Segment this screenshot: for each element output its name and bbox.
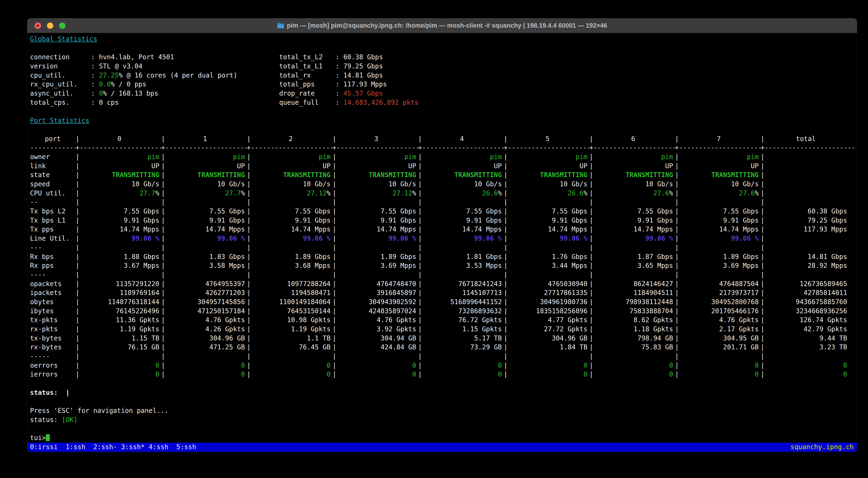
- column-separator: |: [418, 370, 422, 379]
- column-separator: |: [333, 261, 336, 270]
- cell-port-6: 27.6%: [593, 189, 675, 198]
- column-separator: |: [589, 198, 593, 207]
- value-part: TRANSMITTING: [112, 171, 159, 179]
- table-row: oerrors|0|0|0|0|0|0|0|0|0: [30, 361, 854, 370]
- cell-port-0: 11357291220: [80, 279, 161, 289]
- prompt-line[interactable]: tui>: [30, 434, 854, 443]
- value-part: 27.25: [99, 71, 119, 79]
- cell-port-5: 9.91 Gbps: [508, 216, 589, 225]
- cell-port-0: [80, 243, 161, 252]
- value-part: 99.06 %: [132, 235, 159, 242]
- column-separator: |: [161, 279, 165, 289]
- column-separator: |: [761, 352, 765, 361]
- zoom-button[interactable]: [59, 23, 65, 29]
- cell-total: 3.23 TB: [765, 343, 854, 352]
- table-row: opackets|11357291220|4764955397|10977288…: [30, 279, 854, 289]
- value-part: 99.06 %: [474, 235, 502, 242]
- terminal-window: pim — [mosh] pim@squanchy.ipng.ch: /home…: [27, 18, 857, 452]
- column-separator: |: [75, 316, 80, 325]
- global-stats-row: async_util.: 0% / 168.13 bpsdrop_rate: 4…: [30, 89, 854, 98]
- divider-cross: +: [161, 143, 165, 152]
- cell-port-1: 304957145856: [165, 298, 247, 307]
- value-part: 14,683,426,892 pkts: [343, 99, 418, 106]
- cell-port-1: TRANSMITTING: [165, 171, 247, 180]
- row-label: tx-bytes: [30, 334, 75, 343]
- value-part: pim: [233, 153, 245, 161]
- column-separator: |: [75, 225, 80, 234]
- text-cursor[interactable]: [46, 434, 50, 441]
- cell-total: 42785814011: [765, 288, 854, 298]
- cell-port-7: 0: [679, 361, 761, 370]
- cell-port-7: 201705466176: [679, 307, 761, 316]
- column-separator: |: [247, 261, 251, 270]
- tmux-window-item[interactable]: 5:ssh: [177, 443, 196, 451]
- close-button[interactable]: [35, 23, 41, 29]
- value-part: TRANSMITTING: [283, 171, 331, 179]
- column-separator: |: [161, 270, 165, 279]
- cell-port-3: 304943902592: [336, 298, 418, 307]
- table-row: CPU util.|27.7%|27.7%|27.12%|27.12%|26.6…: [30, 189, 854, 198]
- row-label: owner: [30, 152, 75, 162]
- minimize-button[interactable]: [47, 23, 53, 29]
- tmux-window-item[interactable]: 4:ssh: [149, 443, 177, 451]
- cell-port-1: 99.06 %: [165, 234, 247, 243]
- cell-port-0: 0: [80, 370, 161, 379]
- column-separator: |: [504, 162, 508, 171]
- column-separator: |: [333, 325, 336, 334]
- tmux-window-item[interactable]: 2:ssh-: [93, 443, 121, 451]
- value-part: 27.7: [225, 189, 241, 197]
- value-part: %: [755, 189, 759, 197]
- column-separator: |: [675, 316, 679, 325]
- value-part: %: [583, 189, 587, 197]
- cell-port-3: 27.12%: [336, 189, 418, 198]
- column-separator: |: [504, 352, 508, 361]
- column-separator: |: [589, 370, 593, 379]
- cell-port-0: [80, 198, 161, 207]
- global-stat-label: queue_full: [279, 98, 336, 107]
- column-separator: |: [761, 189, 765, 198]
- column-separator: |: [761, 216, 765, 225]
- column-separator: |: [247, 334, 251, 343]
- value-part: 0: [327, 362, 331, 369]
- global-stat-label: total_tx_L1: [279, 62, 336, 71]
- cell-port-2: [251, 352, 333, 361]
- table-row: -----|||||||||: [30, 352, 854, 361]
- value-part: 0: [327, 370, 331, 378]
- column-separator: |: [418, 171, 422, 180]
- tmux-window-item[interactable]: 0:irssi: [30, 443, 66, 451]
- cell-port-3: 304.94 GB: [336, 334, 418, 343]
- table-row: rx-pkts|1.19 Gpkts|4.26 Gpkts|1.19 Gpkts…: [30, 325, 854, 334]
- tmux-window-item[interactable]: 3:ssh*: [121, 443, 149, 451]
- divider-cross: +: [761, 143, 765, 152]
- global-stats-row: rx_cpu_util.: 0.0% / 0 ppstotal_pps: 117…: [30, 80, 854, 89]
- cell-total: 0: [765, 370, 854, 379]
- cell-port-3: 1.89 Gbps: [336, 252, 418, 262]
- column-separator: |: [333, 298, 336, 307]
- column-separator: |: [504, 316, 508, 325]
- column-separator: |: [675, 270, 679, 279]
- global-stat-label: version: [30, 62, 91, 71]
- titlebar[interactable]: pim — [mosh] pim@squanchy.ipng.ch: /home…: [27, 18, 857, 33]
- cell-total: [765, 198, 854, 207]
- cell-port-2: 0: [251, 361, 333, 370]
- column-separator: |: [675, 152, 679, 162]
- table-row: rx-bytes|76.15 GB|471.25 GB|76.45 GB|424…: [30, 343, 854, 352]
- tmux-window-item[interactable]: 1:ssh: [66, 443, 93, 451]
- column-separator: |: [333, 225, 336, 234]
- cell-port-7: 0: [679, 370, 761, 379]
- cell-port-1: 471250157184: [165, 307, 247, 316]
- value-part: 99.06 %: [389, 235, 416, 242]
- table-row: Tx bps L2|7.55 Gbps|7.55 Gbps|7.55 Gbps|…: [30, 207, 854, 216]
- column-separator: |: [761, 298, 765, 307]
- value-part: : 14.81 Gbps: [336, 71, 383, 79]
- esc-hint: Press 'ESC' for navigation panel...: [30, 406, 854, 415]
- column-separator: |: [75, 370, 80, 379]
- cell-port-7: 304.95 GB: [679, 334, 761, 343]
- column-separator: |: [761, 279, 765, 289]
- table-row: link|UP|UP|UP|UP|UP|UP|UP|UP|: [30, 162, 854, 171]
- value-part: %: [498, 189, 502, 197]
- column-separator: |: [75, 243, 80, 252]
- cell-port-1: [165, 198, 247, 207]
- row-label: Tx bps L1: [30, 216, 75, 225]
- row-label: opackets: [30, 279, 75, 289]
